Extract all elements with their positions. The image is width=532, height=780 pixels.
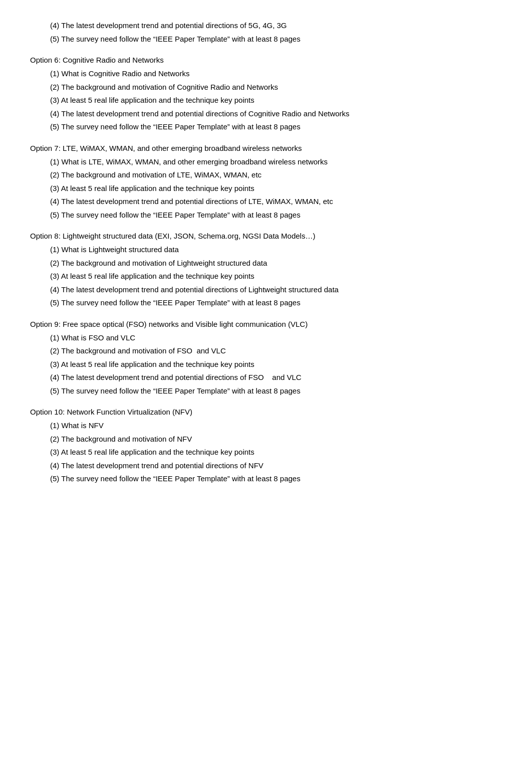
section-10: Option 10: Network Function Virtualizati…	[30, 408, 502, 485]
section-items-7: (1) What is LTE, WiMAX, WMAN, and other …	[30, 156, 502, 221]
list-item: (1) What is NFV	[50, 420, 502, 432]
section-title-6: Option 6: Cognitive Radio and Networks	[30, 56, 502, 64]
list-item: (2) The background and motivation of Cog…	[50, 82, 502, 93]
list-item: (3) At least 5 real life application and…	[50, 183, 502, 194]
intro-item: (5) The survey need follow the “IEEE Pap…	[50, 34, 502, 45]
section-title-10: Option 10: Network Function Virtualizati…	[30, 408, 502, 416]
list-item: (3) At least 5 real life application and…	[50, 447, 502, 458]
list-item: (5) The survey need follow the “IEEE Pap…	[50, 385, 502, 397]
section-title-9: Option 9: Free space optical (FSO) netwo…	[30, 320, 502, 328]
intro-item: (4) The latest development trend and pot…	[50, 20, 502, 32]
list-item: (4) The latest development trend and pot…	[50, 284, 502, 296]
list-item: (2) The background and motivation of Lig…	[50, 258, 502, 269]
list-item: (2) The background and motivation of LTE…	[50, 169, 502, 181]
section-title-8: Option 8: Lightweight structured data (E…	[30, 232, 502, 240]
list-item: (3) At least 5 real life application and…	[50, 359, 502, 370]
sections-container: Option 6: Cognitive Radio and Networks(1…	[30, 56, 502, 485]
section-8: Option 8: Lightweight structured data (E…	[30, 232, 502, 309]
section-6: Option 6: Cognitive Radio and Networks(1…	[30, 56, 502, 133]
list-item: (2) The background and motivation of NFV	[50, 434, 502, 445]
list-item: (4) The latest development trend and pot…	[50, 108, 502, 120]
list-item: (5) The survey need follow the “IEEE Pap…	[50, 297, 502, 309]
section-items-8: (1) What is Lightweight structured data(…	[30, 244, 502, 309]
section-items-6: (1) What is Cognitive Radio and Networks…	[30, 68, 502, 133]
section-9: Option 9: Free space optical (FSO) netwo…	[30, 320, 502, 397]
section-items-10: (1) What is NFV(2) The background and mo…	[30, 420, 502, 485]
section-7: Option 7: LTE, WiMAX, WMAN, and other em…	[30, 144, 502, 221]
list-item: (5) The survey need follow the “IEEE Pap…	[50, 121, 502, 133]
list-item: (3) At least 5 real life application and…	[50, 95, 502, 106]
list-item: (4) The latest development trend and pot…	[50, 196, 502, 208]
list-item: (4) The latest development trend and pot…	[50, 460, 502, 472]
section-items-9: (1) What is FSO and VLC(2) The backgroun…	[30, 332, 502, 397]
list-item: (1) What is Cognitive Radio and Networks	[50, 68, 502, 80]
list-item: (5) The survey need follow the “IEEE Pap…	[50, 210, 502, 221]
section-title-7: Option 7: LTE, WiMAX, WMAN, and other em…	[30, 144, 502, 152]
list-item: (1) What is LTE, WiMAX, WMAN, and other …	[50, 156, 502, 168]
list-item: (4) The latest development trend and pot…	[50, 372, 502, 383]
list-item: (1) What is Lightweight structured data	[50, 244, 502, 256]
list-item: (1) What is FSO and VLC	[50, 332, 502, 344]
list-item: (3) At least 5 real life application and…	[50, 271, 502, 282]
intro-list: (4) The latest development trend and pot…	[30, 20, 502, 45]
list-item: (2) The background and motivation of FSO…	[50, 345, 502, 357]
list-item: (5) The survey need follow the “IEEE Pap…	[50, 473, 502, 485]
